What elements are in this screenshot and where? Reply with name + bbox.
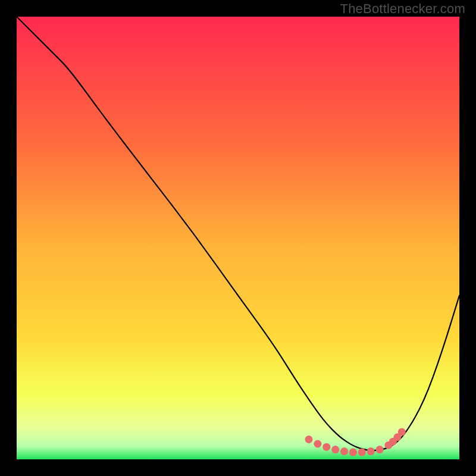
marker-dot xyxy=(358,449,366,456)
marker-dot xyxy=(376,446,384,453)
marker-dot xyxy=(349,449,357,456)
marker-dot xyxy=(322,443,330,451)
marker-dot xyxy=(367,447,375,455)
gradient-background xyxy=(17,17,459,459)
chart-frame: TheBottlenecker.com xyxy=(0,0,476,476)
marker-dot xyxy=(398,428,406,436)
bottleneck-plot xyxy=(17,17,459,459)
marker-dot xyxy=(331,446,339,453)
marker-dot xyxy=(314,440,321,448)
marker-dot xyxy=(305,436,313,443)
watermark-text: TheBottlenecker.com xyxy=(340,1,465,17)
plot-svg xyxy=(17,17,459,459)
marker-dot xyxy=(340,447,348,455)
